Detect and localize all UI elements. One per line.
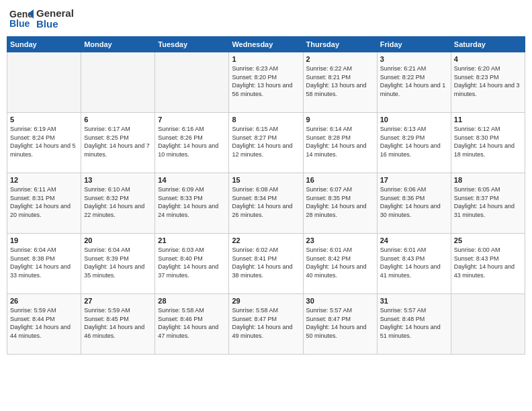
calendar-week-row: 12Sunrise: 6:11 AM Sunset: 8:31 PM Dayli…	[7, 173, 525, 234]
calendar-cell: 15Sunrise: 6:08 AM Sunset: 8:34 PM Dayli…	[229, 173, 303, 234]
day-info: Sunrise: 5:59 AM Sunset: 8:44 PM Dayligh…	[10, 306, 78, 340]
weekday-header-saturday: Saturday	[451, 37, 525, 52]
day-info: Sunrise: 6:07 AM Sunset: 8:35 PM Dayligh…	[306, 185, 374, 219]
day-number: 13	[84, 176, 152, 184]
calendar-cell: 5Sunrise: 6:19 AM Sunset: 8:24 PM Daylig…	[7, 113, 81, 173]
day-info: Sunrise: 6:16 AM Sunset: 8:26 PM Dayligh…	[158, 125, 226, 158]
calendar-cell	[81, 52, 155, 113]
calendar-cell: 19Sunrise: 6:04 AM Sunset: 8:38 PM Dayli…	[7, 234, 81, 294]
day-info: Sunrise: 6:06 AM Sunset: 8:36 PM Dayligh…	[380, 185, 448, 219]
day-info: Sunrise: 6:14 AM Sunset: 8:28 PM Dayligh…	[306, 125, 374, 158]
day-info: Sunrise: 5:58 AM Sunset: 8:46 PM Dayligh…	[158, 306, 226, 340]
weekday-header-friday: Friday	[377, 37, 451, 52]
day-info: Sunrise: 6:13 AM Sunset: 8:29 PM Dayligh…	[380, 125, 448, 158]
day-info: Sunrise: 6:01 AM Sunset: 8:43 PM Dayligh…	[380, 246, 448, 279]
weekday-header-thursday: Thursday	[303, 37, 377, 52]
day-info: Sunrise: 6:04 AM Sunset: 8:39 PM Dayligh…	[84, 246, 152, 279]
day-info: Sunrise: 6:20 AM Sunset: 8:23 PM Dayligh…	[454, 64, 522, 98]
calendar-week-row: 26Sunrise: 5:59 AM Sunset: 8:44 PM Dayli…	[7, 294, 525, 355]
day-number: 11	[454, 116, 522, 124]
day-number: 29	[232, 297, 300, 305]
calendar-cell: 2Sunrise: 6:22 AM Sunset: 8:21 PM Daylig…	[303, 52, 377, 113]
day-number: 16	[306, 176, 374, 184]
day-info: Sunrise: 6:02 AM Sunset: 8:41 PM Dayligh…	[232, 246, 300, 279]
day-info: Sunrise: 5:57 AM Sunset: 8:48 PM Dayligh…	[380, 306, 448, 340]
calendar-cell: 6Sunrise: 6:17 AM Sunset: 8:25 PM Daylig…	[81, 113, 155, 173]
day-number: 15	[232, 176, 300, 184]
calendar-cell: 21Sunrise: 6:03 AM Sunset: 8:40 PM Dayli…	[155, 234, 229, 294]
day-info: Sunrise: 6:21 AM Sunset: 8:22 PM Dayligh…	[380, 64, 448, 98]
calendar-cell: 26Sunrise: 5:59 AM Sunset: 8:44 PM Dayli…	[7, 294, 81, 355]
day-info: Sunrise: 6:03 AM Sunset: 8:40 PM Dayligh…	[158, 246, 226, 279]
calendar-cell: 24Sunrise: 6:01 AM Sunset: 8:43 PM Dayli…	[377, 234, 451, 294]
weekday-header-wednesday: Wednesday	[229, 37, 303, 52]
day-info: Sunrise: 5:57 AM Sunset: 8:47 PM Dayligh…	[306, 306, 374, 340]
day-number: 7	[158, 116, 226, 124]
calendar-cell: 27Sunrise: 5:59 AM Sunset: 8:45 PM Dayli…	[81, 294, 155, 355]
calendar-cell: 16Sunrise: 6:07 AM Sunset: 8:35 PM Dayli…	[303, 173, 377, 234]
logo-text-blue: Blue	[36, 19, 74, 30]
day-number: 19	[10, 236, 78, 244]
calendar-week-row: 19Sunrise: 6:04 AM Sunset: 8:38 PM Dayli…	[7, 234, 525, 294]
calendar-cell: 3Sunrise: 6:21 AM Sunset: 8:22 PM Daylig…	[377, 52, 451, 113]
calendar-cell: 23Sunrise: 6:01 AM Sunset: 8:42 PM Dayli…	[303, 234, 377, 294]
logo-text-general: General	[36, 8, 74, 19]
calendar-cell: 29Sunrise: 5:58 AM Sunset: 8:47 PM Dayli…	[229, 294, 303, 355]
logo-icon: General Blue	[9, 7, 34, 31]
day-info: Sunrise: 6:19 AM Sunset: 8:24 PM Dayligh…	[10, 125, 78, 158]
weekday-header-monday: Monday	[81, 37, 155, 52]
calendar-cell: 4Sunrise: 6:20 AM Sunset: 8:23 PM Daylig…	[451, 52, 525, 113]
logo: General Blue General Blue	[9, 7, 74, 31]
calendar-cell: 14Sunrise: 6:09 AM Sunset: 8:33 PM Dayli…	[155, 173, 229, 234]
day-info: Sunrise: 6:05 AM Sunset: 8:37 PM Dayligh…	[454, 185, 522, 219]
day-number: 12	[10, 176, 78, 184]
calendar-cell: 25Sunrise: 6:00 AM Sunset: 8:43 PM Dayli…	[451, 234, 525, 294]
day-number: 2	[306, 55, 374, 63]
calendar-cell: 17Sunrise: 6:06 AM Sunset: 8:36 PM Dayli…	[377, 173, 451, 234]
svg-text:Blue: Blue	[9, 18, 30, 29]
page-header: General Blue General Blue	[7, 7, 525, 31]
day-info: Sunrise: 6:08 AM Sunset: 8:34 PM Dayligh…	[232, 185, 300, 219]
calendar-cell: 9Sunrise: 6:14 AM Sunset: 8:28 PM Daylig…	[303, 113, 377, 173]
day-info: Sunrise: 5:58 AM Sunset: 8:47 PM Dayligh…	[232, 306, 300, 340]
calendar-cell: 1Sunrise: 6:23 AM Sunset: 8:20 PM Daylig…	[229, 52, 303, 113]
day-info: Sunrise: 6:22 AM Sunset: 8:21 PM Dayligh…	[306, 64, 374, 98]
day-number: 4	[454, 55, 522, 63]
day-number: 9	[306, 116, 374, 124]
day-number: 25	[454, 236, 522, 244]
day-number: 3	[380, 55, 448, 63]
day-number: 17	[380, 176, 448, 184]
calendar-week-row: 1Sunrise: 6:23 AM Sunset: 8:20 PM Daylig…	[7, 52, 525, 113]
day-number: 6	[84, 116, 152, 124]
day-number: 23	[306, 236, 374, 244]
calendar-cell: 28Sunrise: 5:58 AM Sunset: 8:46 PM Dayli…	[155, 294, 229, 355]
calendar-cell: 13Sunrise: 6:10 AM Sunset: 8:32 PM Dayli…	[81, 173, 155, 234]
calendar-cell	[7, 52, 81, 113]
day-number: 18	[454, 176, 522, 184]
calendar-cell	[155, 52, 229, 113]
day-info: Sunrise: 6:01 AM Sunset: 8:42 PM Dayligh…	[306, 246, 374, 279]
day-info: Sunrise: 6:15 AM Sunset: 8:27 PM Dayligh…	[232, 125, 300, 158]
day-info: Sunrise: 6:09 AM Sunset: 8:33 PM Dayligh…	[158, 185, 226, 219]
day-number: 1	[232, 55, 300, 63]
day-number: 10	[380, 116, 448, 124]
calendar-table: SundayMondayTuesdayWednesdayThursdayFrid…	[7, 36, 525, 355]
calendar-cell: 31Sunrise: 5:57 AM Sunset: 8:48 PM Dayli…	[377, 294, 451, 355]
day-number: 5	[10, 116, 78, 124]
calendar-cell: 22Sunrise: 6:02 AM Sunset: 8:41 PM Dayli…	[229, 234, 303, 294]
calendar-cell: 30Sunrise: 5:57 AM Sunset: 8:47 PM Dayli…	[303, 294, 377, 355]
calendar-cell: 7Sunrise: 6:16 AM Sunset: 8:26 PM Daylig…	[155, 113, 229, 173]
day-number: 20	[84, 236, 152, 244]
calendar-cell: 10Sunrise: 6:13 AM Sunset: 8:29 PM Dayli…	[377, 113, 451, 173]
day-number: 14	[158, 176, 226, 184]
calendar-cell	[451, 294, 525, 355]
calendar-week-row: 5Sunrise: 6:19 AM Sunset: 8:24 PM Daylig…	[7, 113, 525, 173]
calendar-cell: 20Sunrise: 6:04 AM Sunset: 8:39 PM Dayli…	[81, 234, 155, 294]
day-number: 28	[158, 297, 226, 305]
day-number: 31	[380, 297, 448, 305]
day-info: Sunrise: 6:04 AM Sunset: 8:38 PM Dayligh…	[10, 246, 78, 279]
calendar-cell: 11Sunrise: 6:12 AM Sunset: 8:30 PM Dayli…	[451, 113, 525, 173]
weekday-header-row: SundayMondayTuesdayWednesdayThursdayFrid…	[7, 37, 525, 52]
day-info: Sunrise: 5:59 AM Sunset: 8:45 PM Dayligh…	[84, 306, 152, 340]
weekday-header-sunday: Sunday	[7, 37, 81, 52]
